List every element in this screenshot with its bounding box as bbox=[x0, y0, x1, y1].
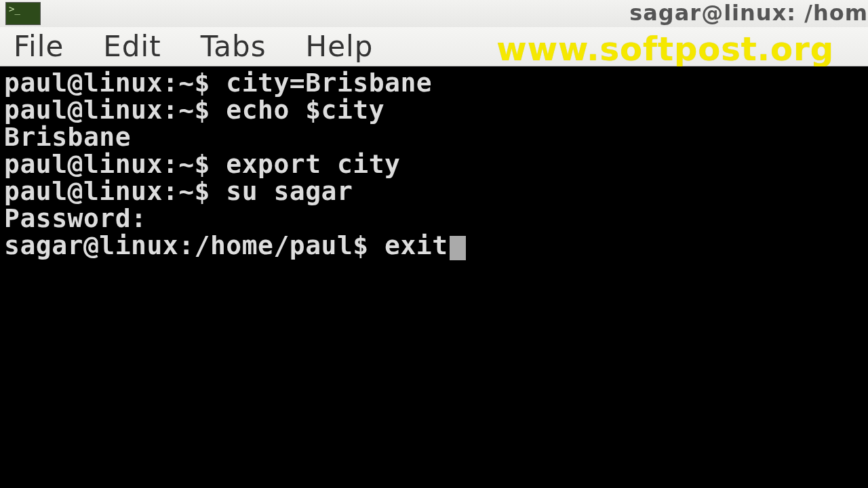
terminal-line: Brisbane bbox=[4, 123, 864, 150]
menu-tabs[interactable]: Tabs bbox=[201, 30, 267, 63]
menu-file[interactable]: File bbox=[14, 30, 64, 63]
terminal-line: Password: bbox=[4, 205, 864, 232]
terminal-line: paul@linux:~$ echo $city bbox=[4, 96, 864, 123]
terminal-cursor bbox=[450, 236, 466, 260]
menu-edit[interactable]: Edit bbox=[103, 30, 161, 63]
terminal-line: paul@linux:~$ export city bbox=[4, 150, 864, 178]
window-titlebar: >_ sagar@linux: /hom bbox=[0, 0, 868, 27]
terminal-output[interactable]: paul@linux:~$ city=Brisbanepaul@linux:~$… bbox=[0, 66, 868, 488]
terminal-line: paul@linux:~$ city=Brisbane bbox=[4, 69, 864, 96]
menu-help[interactable]: Help bbox=[306, 30, 374, 63]
window-title: sagar@linux: /hom bbox=[629, 0, 868, 26]
terminal-line: paul@linux:~$ su sagar bbox=[4, 178, 864, 205]
terminal-app-icon: >_ bbox=[5, 2, 41, 25]
watermark-text: www.softpost.org bbox=[496, 30, 834, 68]
terminal-icon-glyph: >_ bbox=[9, 4, 20, 14]
menu-bar: File Edit Tabs Help www.softpost.org bbox=[0, 27, 868, 66]
terminal-line: sagar@linux:/home/paul$ exit bbox=[4, 232, 864, 260]
